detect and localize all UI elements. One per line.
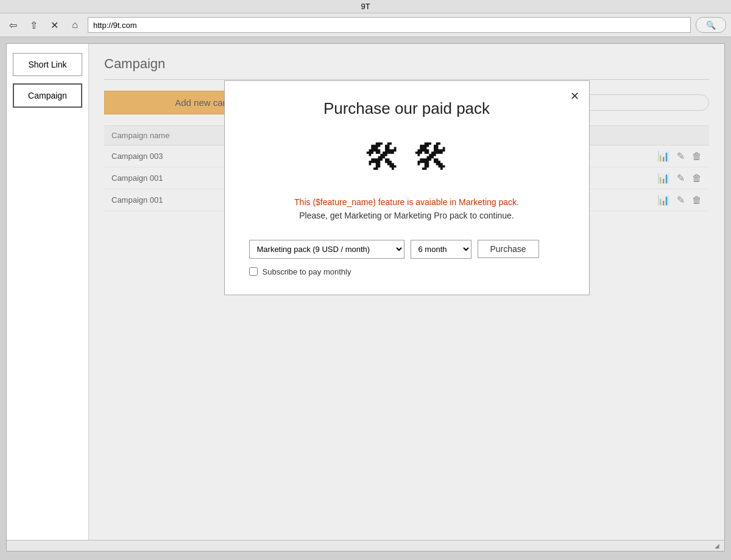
status-bar: ◢ [7, 540, 724, 551]
subscribe-label: Subscribe to pay monthly [263, 267, 351, 276]
modal-overlay: ✕ Purchase our paid pack 🛠 🛠 This ($feat… [89, 44, 724, 540]
home-button[interactable]: ⌂ [67, 17, 83, 33]
browser-toolbar: ⇦ ⇧ ✕ ⌂ 🔍 [0, 13, 731, 37]
back-button[interactable]: ⇦ [5, 17, 21, 33]
modal-form-row: Marketing pack (9 USD / month)Marketing … [249, 240, 565, 259]
purchase-button[interactable]: Purchase [478, 240, 539, 258]
purchase-modal: ✕ Purchase our paid pack 🛠 🛠 This ($feat… [224, 80, 590, 295]
android-icon-2: 🛠 [413, 136, 450, 178]
modal-message: This ($feature_name) feature is avaiable… [249, 195, 565, 223]
stop-button[interactable]: ✕ [46, 17, 62, 33]
search-icon: 🔍 [706, 21, 716, 30]
modal-close-button[interactable]: ✕ [570, 89, 579, 103]
modal-title: Purchase our paid pack [249, 99, 565, 118]
modal-icons: 🛠 🛠 [249, 136, 565, 178]
subscribe-checkbox[interactable] [249, 267, 258, 276]
browser-title: 9T [361, 2, 370, 11]
subscribe-row: Subscribe to pay monthly [249, 267, 565, 276]
resize-icon: ◢ [715, 542, 719, 549]
month-select[interactable]: 6 month1 month12 month [411, 240, 471, 259]
sidebar: Short Link Campaign [7, 44, 89, 540]
pack-select[interactable]: Marketing pack (9 USD / month)Marketing … [249, 240, 404, 259]
android-icon-1: 🛠 [364, 136, 401, 178]
modal-message-highlight: This ($feature_name) feature is avaiable… [249, 195, 565, 209]
browser-title-bar: 9T [0, 0, 731, 13]
modal-message-normal: Please, get Marketing or Marketing Pro p… [249, 209, 565, 222]
address-bar[interactable] [88, 17, 691, 33]
forward-button[interactable]: ⇧ [26, 17, 41, 33]
sidebar-item-short-link[interactable]: Short Link [13, 53, 82, 76]
sidebar-item-campaign[interactable]: Campaign [13, 83, 82, 108]
browser-search-button[interactable]: 🔍 [696, 17, 726, 33]
main-content: Campaign Add new campaign 🔍 Campaign nam… [89, 44, 724, 540]
